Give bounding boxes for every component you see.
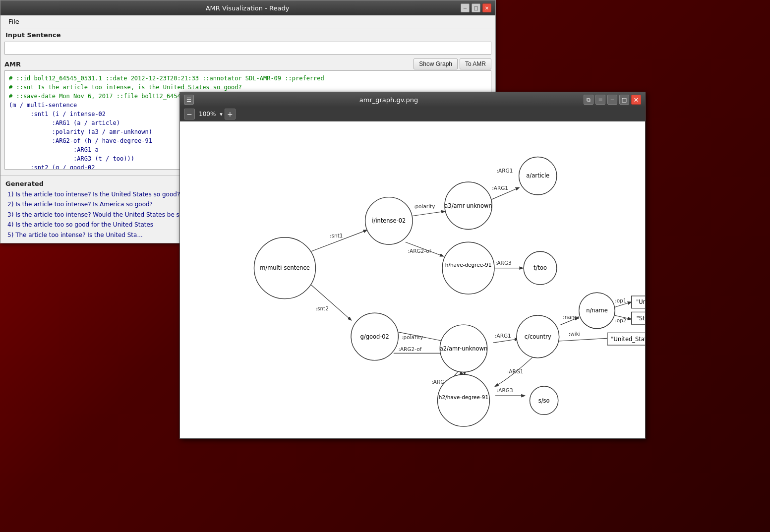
node-c-label: c/country	[525, 333, 551, 340]
node-t-label: t/too	[533, 264, 547, 271]
node-h-label: h/have-degree-91	[445, 262, 492, 268]
node-s-label: s/so	[538, 397, 550, 404]
node-h2	[438, 374, 490, 426]
amr-header: AMR Show Graph To AMR	[0, 58, 495, 70]
show-graph-button[interactable]: Show Graph	[414, 59, 458, 69]
image-copy-button[interactable]: ⧉	[584, 95, 593, 105]
edge-label-op2: :op2	[615, 317, 626, 323]
edge-label-polarity1: :polarity	[414, 203, 435, 209]
edge-label-name: :name	[563, 314, 579, 320]
edge-i-a3	[412, 211, 445, 216]
zoom-dropdown-icon[interactable]: ▾	[220, 111, 223, 118]
edge-label-arg1-h2: :ARG1	[507, 368, 524, 374]
image-sidebar-toggle[interactable]: ☰	[184, 95, 194, 105]
edge-c-wiki	[554, 338, 611, 342]
node-a2-label: a2/amr-unknown	[440, 345, 487, 352]
code-line-1: # ::id bolt12_64545_0531.1 ::date 2012-1…	[9, 74, 487, 83]
zoom-bar: − 100% ▾ +	[180, 107, 645, 121]
edge-label-op1: :op1	[615, 297, 626, 303]
rect-wiki-label: "United_States"	[611, 336, 645, 343]
image-left-controls: ☰	[184, 95, 194, 105]
node-h	[442, 242, 494, 294]
image-title-bar: ☰ amr_graph.gv.png ⧉ ≡ − □ ✕	[180, 92, 645, 107]
edge-label-snt1: :snt1	[330, 233, 343, 238]
zoom-out-button[interactable]: −	[184, 109, 195, 119]
edge-label-arg3-t: :ARG3	[495, 260, 512, 266]
input-sentence-label: Input Sentence	[0, 28, 495, 41]
edge-label-wiki: :wiki	[569, 331, 581, 337]
image-right-controls: ⧉ ≡ − □ ✕	[584, 95, 641, 105]
maximize-button[interactable]: □	[472, 3, 480, 12]
edge-label-top-arg1: :ARG1	[497, 168, 513, 174]
image-minimize-button[interactable]: −	[607, 95, 617, 105]
node-m-label: m/multi-sentence	[260, 264, 310, 271]
edge-label-arg2of1: :ARG2-of	[408, 248, 431, 254]
input-sentence-field[interactable]	[4, 42, 491, 55]
edge-label-arg3-s: :ARG3	[497, 387, 513, 393]
node-g-label: g/good-02	[360, 333, 389, 340]
edge-m-g	[311, 285, 351, 320]
node-a3-label: a3/amr-unknown	[444, 202, 492, 209]
rect-op1-label: "United"	[636, 298, 645, 305]
title-bar: AMR Visualization - Ready − □ ✕	[0, 0, 495, 15]
node-a-label: a/article	[526, 172, 549, 179]
image-close-button[interactable]: ✕	[631, 95, 641, 105]
app-title: AMR Visualization - Ready	[34, 4, 461, 12]
edge-label-arg2of2: :ARG2-of	[398, 346, 421, 352]
node-h2-label: h2/have-degree-91	[439, 394, 488, 400]
rect-op2-label: "States"	[637, 315, 645, 322]
minimize-button[interactable]: −	[461, 3, 470, 12]
graph-canvas: :snt1 :snt2 :polarity :ARG2-of :ARG1 :AR…	[180, 121, 645, 438]
image-menu-button[interactable]: ≡	[595, 95, 605, 105]
amr-graph-svg: :snt1 :snt2 :polarity :ARG2-of :ARG1 :AR…	[180, 121, 645, 438]
window-controls: − □ ✕	[461, 3, 491, 12]
image-viewer-window: ☰ amr_graph.gv.png ⧉ ≡ − □ ✕ − 100% ▾ +	[179, 92, 646, 439]
amr-label: AMR	[4, 60, 21, 68]
menubar: File	[0, 15, 495, 28]
zoom-level: 100%	[197, 111, 218, 118]
zoom-in-button[interactable]: +	[225, 109, 236, 119]
to-amr-button[interactable]: To AMR	[460, 59, 491, 69]
file-menu[interactable]: File	[4, 17, 23, 26]
node-i-label: i/intense-02	[372, 217, 406, 224]
edge-label-arg1-c: :ARG1	[495, 333, 511, 339]
image-title: amr_graph.gv.png	[194, 96, 584, 104]
edge-label-arg1-a: :ARG1	[492, 185, 508, 191]
node-n-label: n/name	[586, 307, 608, 314]
edge-label-polarity2: :polarity	[402, 334, 423, 340]
edge-a2-c	[493, 339, 518, 343]
amr-buttons: Show Graph To AMR	[414, 59, 491, 69]
edge-label-snt2: :snt2	[315, 305, 328, 311]
close-button[interactable]: ✕	[482, 3, 491, 12]
code-line-2: # ::snt Is the article too intense, is t…	[9, 83, 487, 92]
image-maximize-button[interactable]: □	[619, 95, 629, 105]
